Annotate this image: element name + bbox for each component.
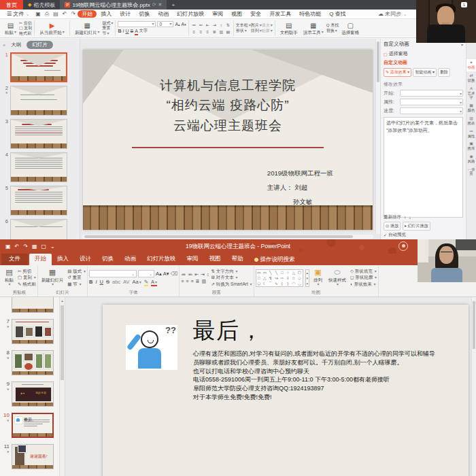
shape-outline-button[interactable]: ◻ 形状轮廓 ▾ (350, 275, 377, 281)
find-button[interactable]: Q 查找 (326, 23, 339, 28)
section-button[interactable]: 节▾ (102, 31, 113, 36)
play-from-current-button[interactable]: ▶ 从当前开始▾ (37, 22, 67, 35)
outline-tab[interactable]: 大纲 (11, 41, 21, 48)
play-button[interactable]: ◎ 播放 (384, 222, 401, 231)
ppt-tab-animation[interactable]: 动画 (119, 254, 141, 265)
canvas-vertical-scrollbar[interactable] (471, 297, 476, 476)
ppt-tab-insert[interactable]: 插入 (52, 254, 74, 265)
columns-icon[interactable]: ▥ (218, 29, 224, 35)
grow-font-icon[interactable]: A▴ (156, 271, 162, 277)
webcam-video-2[interactable] (418, 239, 476, 282)
text-direction-button[interactable]: ⇅ 文字方向 ▾ (211, 269, 252, 275)
shape-button[interactable]: 形状▾ (236, 29, 251, 33)
save-icon[interactable]: ▣ (33, 11, 43, 17)
webcam-video-1[interactable]: 1 (416, 0, 476, 43)
side-transition-button[interactable]: ⇄切换 (466, 72, 476, 84)
side-chart-button[interactable]: ▥图表 (466, 115, 476, 127)
line-spacing-icon[interactable]: ↕ (207, 272, 209, 277)
justify-icon[interactable]: ≣ (196, 279, 200, 284)
undo-icon[interactable]: ↶ (61, 11, 69, 17)
ppt-slide-canvas[interactable]: ?? 最后， 心理有迷茫和困惑的,对学习有疑问的,或者面对临近的开学有不适的心理… (65, 297, 476, 476)
indent-increase-icon[interactable]: ⇥ (211, 22, 218, 28)
align-text-button[interactable]: ⊞ 对齐文本 ▾ (211, 275, 252, 281)
italic-button[interactable]: I (95, 279, 97, 286)
slide-thumbnail-8[interactable]: 8★ (1, 350, 59, 375)
canvas-horizontal-scrollbar[interactable] (82, 235, 373, 239)
new-slide-button[interactable]: ▦ 新建幻灯片▾ (72, 22, 103, 35)
slide-thumbnail-2[interactable]: 2★ (1, 86, 77, 116)
wps-sync-status[interactable]: ☁ 未同步 ⌄ (374, 10, 411, 18)
wps-current-slide[interactable]: 计算机与信息工程学院 “相约云端 疫路心防” 云端心理主题班会 2019级物联网… (83, 50, 373, 230)
shape-fill-button[interactable]: ◇ 形状填充 ▾ (350, 269, 377, 275)
slideshow-play-button[interactable]: ▸ 幻灯片播放 (403, 222, 430, 231)
wps-template-tab[interactable]: ◆ 稻壳模板 (23, 0, 60, 10)
paste-button[interactable]: ▤ 粘贴 ▾ (3, 268, 16, 287)
qat-customize-icon[interactable]: ⌄ (50, 243, 55, 250)
slide-bylines[interactable]: 2019级物联网工程一班 主讲人： 刘超 孙文敏 (267, 167, 333, 209)
start-select[interactable] (400, 90, 463, 97)
strikethrough-button[interactable]: S (106, 279, 109, 286)
thumbs-scrollbar[interactable]: ▴ (60, 297, 65, 476)
delete-animation-button[interactable]: 删除 (438, 68, 450, 77)
smartart-button[interactable]: ⇗ 转换为 SmartArt ▾ (211, 282, 252, 288)
align-left-icon[interactable]: ≡ (181, 279, 184, 284)
wps-tab-transition[interactable]: 切换 (135, 10, 154, 18)
slide-thumbnail-6[interactable]: 6 (1, 219, 77, 239)
layout-button[interactable]: 版式▾ (102, 21, 113, 26)
selection-pane-button[interactable]: ▢ 选择窗格 (339, 22, 362, 35)
reset-button[interactable]: 重置 (102, 26, 113, 31)
slide-body-text[interactable]: 心理有迷茫和困惑的,对学习有疑问的,或者面对临近的开学有不适的心理的同学可以和辅… (193, 350, 465, 402)
align-right-icon[interactable]: ≡ (205, 29, 211, 35)
shrink-text-icon[interactable]: ▤ (225, 29, 231, 35)
paste-button[interactable]: ▤ 粘贴▾ (2, 22, 19, 35)
smart-animation-button[interactable]: 智能动画 ▾ (413, 68, 437, 77)
ppt-tab-slideshow[interactable]: 幻灯片放映 (141, 254, 182, 265)
bold-button[interactable]: B (118, 29, 121, 35)
reorder-up-icon[interactable]: ↑ (404, 215, 406, 220)
picture-button[interactable]: 图片▾ (251, 23, 262, 28)
ppt-tab-view[interactable]: 视图 (204, 254, 226, 265)
selection-pane-link[interactable]: ▢ 选择窗格 (384, 50, 463, 58)
font-color-button[interactable]: A (135, 29, 138, 35)
wps-find[interactable]: Q 查找 (325, 10, 350, 18)
bullets-icon[interactable]: ≔ (191, 22, 197, 28)
grow-font-icon[interactable]: A▴ (175, 22, 180, 27)
side-more-button[interactable]: ···设置 (466, 166, 476, 177)
slide-title[interactable]: 最后， (192, 316, 264, 346)
indent-increase-icon[interactable]: ⇥ (201, 272, 205, 277)
font-color-button[interactable]: A▾ (151, 279, 157, 286)
wps-tab-security[interactable]: 安全 (246, 10, 265, 18)
copy-button[interactable]: ▢ 复制 ▾ (18, 275, 36, 281)
text-effects-button[interactable]: 文字 (139, 29, 148, 35)
ppt-file-tab[interactable]: 文件 (1, 254, 28, 265)
wps-tab-home[interactable]: 开始 (78, 10, 97, 18)
present-tools-button[interactable]: ▦ 演示工具▾ (301, 22, 326, 35)
slide-thumbnail-10[interactable]: 10★ 最后, (1, 413, 59, 438)
ppt-tab-design[interactable]: 设计 (74, 254, 97, 265)
numbering-icon[interactable]: ≕ (188, 272, 192, 277)
align-center-icon[interactable]: ≡ (198, 29, 204, 35)
auto-preview-checkbox[interactable]: ✓ (384, 233, 387, 237)
font-name-select[interactable]: ⌄ (89, 270, 137, 277)
tab-close-icon[interactable]: ✕ (158, 2, 163, 7)
cartoon-image[interactable]: ?? (126, 325, 177, 370)
bold-button[interactable]: B (89, 279, 92, 286)
slide-thumbnail-3[interactable]: 3 (1, 119, 77, 149)
ppt-current-slide[interactable]: ?? 最后， 心理有迷茫和困惑的,对学习有疑问的,或者面对临近的开学有不适的心理… (103, 305, 469, 476)
wps-new-tab-button[interactable]: + (167, 0, 180, 10)
justify-icon[interactable]: ≣ (211, 29, 218, 35)
canvas-vertical-scrollbar[interactable] (375, 39, 380, 234)
reset-button[interactable]: ↺ 重置 (67, 275, 86, 280)
slide-thumbnail-4[interactable]: 4 (1, 152, 77, 182)
wps-home-tab[interactable]: 首页 (0, 0, 23, 10)
speed-select[interactable] (400, 107, 463, 114)
underline-button[interactable]: U (100, 279, 103, 286)
arrange-button[interactable]: 排列▾ (251, 29, 262, 33)
shapes-gallery-scroll[interactable]: ▴▾▾ (305, 269, 310, 287)
collapse-panel-icon[interactable]: « (3, 42, 5, 48)
add-effect-button[interactable]: ✎ 添加效果 ▾ (384, 68, 411, 77)
wps-tab-devtools[interactable]: 开发工具 (265, 10, 295, 18)
outline-button[interactable]: 轮廓▾ (262, 29, 273, 33)
font-size-select[interactable]: 0▾ (157, 21, 173, 27)
shrink-font-icon[interactable]: A▾ (163, 271, 169, 277)
